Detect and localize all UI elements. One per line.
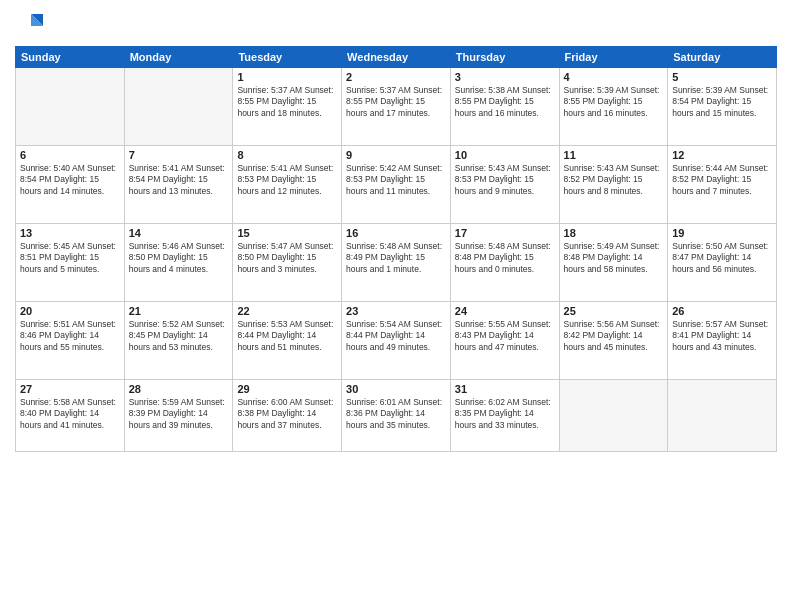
calendar-cell: 9Sunrise: 5:42 AM Sunset: 8:53 PM Daylig…: [342, 146, 451, 224]
calendar-cell: 27Sunrise: 5:58 AM Sunset: 8:40 PM Dayli…: [16, 380, 125, 452]
calendar-cell: [16, 68, 125, 146]
day-detail: Sunrise: 5:48 AM Sunset: 8:48 PM Dayligh…: [455, 241, 555, 275]
calendar-week-row: 1Sunrise: 5:37 AM Sunset: 8:55 PM Daylig…: [16, 68, 777, 146]
calendar-cell: 31Sunrise: 6:02 AM Sunset: 8:35 PM Dayli…: [450, 380, 559, 452]
day-number: 7: [129, 149, 229, 161]
calendar-cell: 22Sunrise: 5:53 AM Sunset: 8:44 PM Dayli…: [233, 302, 342, 380]
calendar-cell: [124, 68, 233, 146]
calendar-week-row: 6Sunrise: 5:40 AM Sunset: 8:54 PM Daylig…: [16, 146, 777, 224]
day-number: 21: [129, 305, 229, 317]
day-number: 27: [20, 383, 120, 395]
day-detail: Sunrise: 5:45 AM Sunset: 8:51 PM Dayligh…: [20, 241, 120, 275]
day-detail: Sunrise: 6:02 AM Sunset: 8:35 PM Dayligh…: [455, 397, 555, 431]
day-detail: Sunrise: 5:53 AM Sunset: 8:44 PM Dayligh…: [237, 319, 337, 353]
day-number: 20: [20, 305, 120, 317]
day-detail: Sunrise: 5:52 AM Sunset: 8:45 PM Dayligh…: [129, 319, 229, 353]
calendar-cell: 4Sunrise: 5:39 AM Sunset: 8:55 PM Daylig…: [559, 68, 668, 146]
day-detail: Sunrise: 5:41 AM Sunset: 8:54 PM Dayligh…: [129, 163, 229, 197]
day-detail: Sunrise: 5:55 AM Sunset: 8:43 PM Dayligh…: [455, 319, 555, 353]
calendar-cell: 8Sunrise: 5:41 AM Sunset: 8:53 PM Daylig…: [233, 146, 342, 224]
day-detail: Sunrise: 5:49 AM Sunset: 8:48 PM Dayligh…: [564, 241, 664, 275]
calendar-cell: 11Sunrise: 5:43 AM Sunset: 8:52 PM Dayli…: [559, 146, 668, 224]
day-number: 12: [672, 149, 772, 161]
calendar-cell: 3Sunrise: 5:38 AM Sunset: 8:55 PM Daylig…: [450, 68, 559, 146]
calendar-week-row: 13Sunrise: 5:45 AM Sunset: 8:51 PM Dayli…: [16, 224, 777, 302]
day-detail: Sunrise: 6:01 AM Sunset: 8:36 PM Dayligh…: [346, 397, 446, 431]
weekday-header: Sunday: [16, 47, 125, 68]
calendar-cell: 20Sunrise: 5:51 AM Sunset: 8:46 PM Dayli…: [16, 302, 125, 380]
calendar-cell: 29Sunrise: 6:00 AM Sunset: 8:38 PM Dayli…: [233, 380, 342, 452]
calendar-cell: 13Sunrise: 5:45 AM Sunset: 8:51 PM Dayli…: [16, 224, 125, 302]
day-number: 16: [346, 227, 446, 239]
calendar-cell: 10Sunrise: 5:43 AM Sunset: 8:53 PM Dayli…: [450, 146, 559, 224]
calendar-cell: 5Sunrise: 5:39 AM Sunset: 8:54 PM Daylig…: [668, 68, 777, 146]
day-number: 9: [346, 149, 446, 161]
day-detail: Sunrise: 5:43 AM Sunset: 8:52 PM Dayligh…: [564, 163, 664, 197]
calendar-cell: 2Sunrise: 5:37 AM Sunset: 8:55 PM Daylig…: [342, 68, 451, 146]
day-detail: Sunrise: 5:44 AM Sunset: 8:52 PM Dayligh…: [672, 163, 772, 197]
calendar-cell: 16Sunrise: 5:48 AM Sunset: 8:49 PM Dayli…: [342, 224, 451, 302]
day-detail: Sunrise: 5:39 AM Sunset: 8:54 PM Dayligh…: [672, 85, 772, 119]
calendar-cell: 17Sunrise: 5:48 AM Sunset: 8:48 PM Dayli…: [450, 224, 559, 302]
header: [15, 10, 777, 38]
day-detail: Sunrise: 5:58 AM Sunset: 8:40 PM Dayligh…: [20, 397, 120, 431]
calendar-cell: 21Sunrise: 5:52 AM Sunset: 8:45 PM Dayli…: [124, 302, 233, 380]
day-number: 11: [564, 149, 664, 161]
calendar-cell: 30Sunrise: 6:01 AM Sunset: 8:36 PM Dayli…: [342, 380, 451, 452]
day-detail: Sunrise: 5:41 AM Sunset: 8:53 PM Dayligh…: [237, 163, 337, 197]
calendar-cell: 28Sunrise: 5:59 AM Sunset: 8:39 PM Dayli…: [124, 380, 233, 452]
day-number: 28: [129, 383, 229, 395]
day-number: 14: [129, 227, 229, 239]
calendar-cell: 6Sunrise: 5:40 AM Sunset: 8:54 PM Daylig…: [16, 146, 125, 224]
calendar-cell: 15Sunrise: 5:47 AM Sunset: 8:50 PM Dayli…: [233, 224, 342, 302]
day-detail: Sunrise: 5:46 AM Sunset: 8:50 PM Dayligh…: [129, 241, 229, 275]
day-detail: Sunrise: 6:00 AM Sunset: 8:38 PM Dayligh…: [237, 397, 337, 431]
day-number: 29: [237, 383, 337, 395]
day-number: 2: [346, 71, 446, 83]
day-detail: Sunrise: 5:47 AM Sunset: 8:50 PM Dayligh…: [237, 241, 337, 275]
day-detail: Sunrise: 5:50 AM Sunset: 8:47 PM Dayligh…: [672, 241, 772, 275]
weekday-header: Monday: [124, 47, 233, 68]
day-number: 17: [455, 227, 555, 239]
weekday-header: Tuesday: [233, 47, 342, 68]
day-detail: Sunrise: 5:54 AM Sunset: 8:44 PM Dayligh…: [346, 319, 446, 353]
calendar-cell: [668, 380, 777, 452]
calendar-week-row: 27Sunrise: 5:58 AM Sunset: 8:40 PM Dayli…: [16, 380, 777, 452]
page: SundayMondayTuesdayWednesdayThursdayFrid…: [0, 0, 792, 612]
day-number: 31: [455, 383, 555, 395]
calendar-cell: 12Sunrise: 5:44 AM Sunset: 8:52 PM Dayli…: [668, 146, 777, 224]
day-number: 23: [346, 305, 446, 317]
day-number: 25: [564, 305, 664, 317]
calendar-cell: 18Sunrise: 5:49 AM Sunset: 8:48 PM Dayli…: [559, 224, 668, 302]
day-detail: Sunrise: 5:56 AM Sunset: 8:42 PM Dayligh…: [564, 319, 664, 353]
calendar: SundayMondayTuesdayWednesdayThursdayFrid…: [15, 46, 777, 452]
day-number: 15: [237, 227, 337, 239]
weekday-header: Thursday: [450, 47, 559, 68]
calendar-cell: [559, 380, 668, 452]
day-number: 5: [672, 71, 772, 83]
calendar-cell: 14Sunrise: 5:46 AM Sunset: 8:50 PM Dayli…: [124, 224, 233, 302]
weekday-header: Friday: [559, 47, 668, 68]
calendar-cell: 19Sunrise: 5:50 AM Sunset: 8:47 PM Dayli…: [668, 224, 777, 302]
calendar-cell: 26Sunrise: 5:57 AM Sunset: 8:41 PM Dayli…: [668, 302, 777, 380]
day-detail: Sunrise: 5:37 AM Sunset: 8:55 PM Dayligh…: [346, 85, 446, 119]
day-detail: Sunrise: 5:48 AM Sunset: 8:49 PM Dayligh…: [346, 241, 446, 275]
day-detail: Sunrise: 5:39 AM Sunset: 8:55 PM Dayligh…: [564, 85, 664, 119]
day-detail: Sunrise: 5:42 AM Sunset: 8:53 PM Dayligh…: [346, 163, 446, 197]
day-number: 18: [564, 227, 664, 239]
day-number: 26: [672, 305, 772, 317]
calendar-cell: 7Sunrise: 5:41 AM Sunset: 8:54 PM Daylig…: [124, 146, 233, 224]
day-number: 24: [455, 305, 555, 317]
logo: [15, 10, 47, 38]
calendar-cell: 1Sunrise: 5:37 AM Sunset: 8:55 PM Daylig…: [233, 68, 342, 146]
day-detail: Sunrise: 5:43 AM Sunset: 8:53 PM Dayligh…: [455, 163, 555, 197]
calendar-cell: 23Sunrise: 5:54 AM Sunset: 8:44 PM Dayli…: [342, 302, 451, 380]
calendar-cell: 24Sunrise: 5:55 AM Sunset: 8:43 PM Dayli…: [450, 302, 559, 380]
weekday-header: Saturday: [668, 47, 777, 68]
day-number: 8: [237, 149, 337, 161]
logo-icon: [15, 10, 43, 38]
day-detail: Sunrise: 5:57 AM Sunset: 8:41 PM Dayligh…: [672, 319, 772, 353]
day-number: 6: [20, 149, 120, 161]
day-detail: Sunrise: 5:37 AM Sunset: 8:55 PM Dayligh…: [237, 85, 337, 119]
day-number: 19: [672, 227, 772, 239]
